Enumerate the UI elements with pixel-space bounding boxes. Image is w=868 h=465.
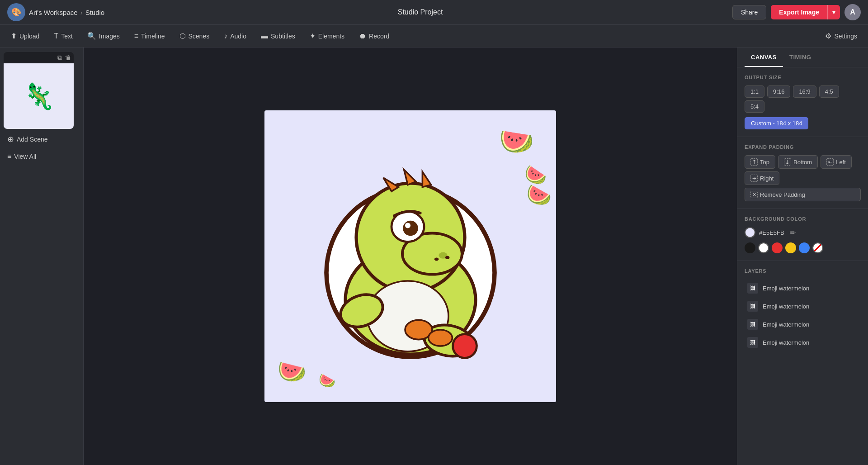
scene-thumbnail: 🦎 [4,63,74,129]
settings-label: Settings [834,33,857,40]
view-all-icon: ≡ [7,152,11,161]
expand-padding-section: EXPAND PADDING ⤒ Top ⤓ Bottom ⇤ Left ⇥ R… [737,137,868,209]
layer-item-4[interactable]: 🖼 Emoji watermelon [745,333,861,351]
pad-top-label: Top [760,159,769,166]
yoshi-svg [302,148,519,365]
text-icon: T [54,32,58,40]
record-button[interactable]: ⏺ Record [353,29,396,43]
pad-top-button[interactable]: ⤒ Top [745,155,775,169]
panel-tabs: CANVAS TIMING [737,47,868,67]
upload-button[interactable]: ⬆ Upload [5,29,46,43]
custom-size-button[interactable]: Custom - 184 x 184 [745,117,808,129]
record-icon: ⏺ [359,32,366,40]
size-grid: 1:1 9:16 16:9 4:5 5:4 [745,85,861,113]
canvas-content[interactable]: 🍉 🍉 🍉 🍉 🍉 [264,110,556,402]
audio-button[interactable]: ♪ Audio [217,29,253,43]
view-all-button[interactable]: ≡ View All [4,150,80,163]
layer-icon-1: 🖼 [747,283,758,294]
settings-button[interactable]: ⚙ Settings [819,29,863,43]
record-label: Record [369,33,389,40]
share-button[interactable]: Share [732,5,766,19]
pad-bottom-button[interactable]: ⤓ Bottom [778,155,818,169]
timeline-button[interactable]: ≡ Timeline [128,29,171,43]
main-area: ⧉ 🗑 🦎 ⊕ Add Scene ≡ View All 🍉 🍉 🍉 [0,47,868,465]
elements-button[interactable]: ✦ Elements [303,29,351,43]
watermelon-bottom-mid: 🍉 [318,372,336,389]
remove-padding-button[interactable]: ✕ Remove Padding [745,188,861,201]
elements-label: Elements [318,33,344,40]
text-label: Text [61,33,73,40]
subtitles-button[interactable]: ▬ Subtitles [255,29,302,43]
logo-area: 🎨 Ari's Workspace › Studio [7,3,104,21]
images-icon: 🔍 [87,32,96,40]
studio-label: Studio [85,9,105,16]
bg-color-label: BACKGROUND COLOR [745,216,861,222]
breadcrumb-separator: › [80,9,83,16]
swatch-blue[interactable] [799,242,810,253]
canvas-area: 🍉 🍉 🍉 🍉 🍉 [84,47,737,465]
layer-item-2[interactable]: 🖼 Emoji watermelon [745,297,861,315]
layers-section: LAYERS 🖼 Emoji watermelon 🖼 Emoji waterm… [737,261,868,359]
scene-card-toolbar: ⧉ 🗑 [4,52,74,63]
scene-thumbnail-inner: 🦎 [4,63,74,129]
expand-padding-label: EXPAND PADDING [745,144,861,150]
swatch-none[interactable] [812,242,823,253]
layer-icon-2: 🖼 [747,301,758,312]
tab-timing[interactable]: TIMING [783,47,818,67]
upload-label: Upload [19,33,39,40]
upload-icon: ⬆ [11,32,17,40]
remove-padding-label: Remove Padding [760,191,805,198]
text-button[interactable]: T Text [47,29,79,43]
size-16-9[interactable]: 16:9 [793,85,816,98]
export-button-group: Export Image ▾ [771,5,840,19]
pad-right-icon: ⇥ [750,175,758,182]
swatch-black[interactable] [745,242,755,253]
export-button[interactable]: Export Image [771,5,827,19]
eyedropper-button[interactable]: ✏ [790,228,796,237]
layer-name-4: Emoji watermelon [763,339,809,346]
scenes-button[interactable]: ⬡ Scenes [173,29,216,43]
pad-right-label: Right [760,175,774,182]
swatch-yellow[interactable] [785,242,796,253]
tab-canvas[interactable]: CANVAS [745,47,783,67]
timeline-icon: ≡ [134,32,138,40]
svg-point-6 [403,220,418,236]
scene-preview-emoji: 🦎 [23,81,55,111]
project-title: Studio Project [113,8,727,16]
size-1-1[interactable]: 1:1 [745,85,764,98]
audio-icon: ♪ [224,32,227,40]
layer-name-2: Emoji watermelon [763,303,809,310]
images-button[interactable]: 🔍 Images [81,29,126,43]
layer-item-3[interactable]: 🖼 Emoji watermelon [745,315,861,333]
export-dropdown-button[interactable]: ▾ [827,5,840,19]
size-5-4[interactable]: 5:4 [745,100,764,113]
output-size-section: OUTPUT SIZE 1:1 9:16 16:9 4:5 5:4 Custom… [737,67,868,137]
swatch-red[interactable] [772,242,783,253]
size-9-16[interactable]: 9:16 [767,85,790,98]
scenes-label: Scenes [189,33,210,40]
subtitles-icon: ▬ [261,32,268,40]
padding-grid: ⤒ Top ⤓ Bottom ⇤ Left ⇥ Right ✕ Remove [745,155,861,201]
scene-card-1[interactable]: ⧉ 🗑 🦎 [4,52,74,129]
copy-icon[interactable]: ⧉ [57,54,62,62]
pad-left-label: Left [836,159,846,166]
delete-icon[interactable]: 🗑 [65,54,71,62]
remove-padding-icon: ✕ [750,191,758,198]
size-4-5[interactable]: 4:5 [819,85,839,98]
layer-icon-4: 🖼 [747,337,758,348]
add-scene-button[interactable]: ⊕ Add Scene [4,132,80,147]
left-sidebar: ⧉ 🗑 🦎 ⊕ Add Scene ≡ View All [0,47,84,465]
pad-left-button[interactable]: ⇤ Left [821,155,852,169]
logo-avatar: 🎨 [7,3,25,21]
color-preview[interactable] [745,227,755,238]
layer-name-3: Emoji watermelon [763,321,809,328]
svg-point-7 [405,223,410,228]
add-scene-label: Add Scene [17,136,48,143]
svg-point-9 [434,257,439,261]
workspace-name[interactable]: Ari's Workspace [29,9,78,16]
user-avatar[interactable]: A [844,4,861,20]
swatch-white[interactable] [758,242,769,253]
breadcrumb: Ari's Workspace › Studio [29,9,104,16]
pad-right-button[interactable]: ⇥ Right [745,171,779,185]
layer-item-1[interactable]: 🖼 Emoji watermelon [745,279,861,297]
